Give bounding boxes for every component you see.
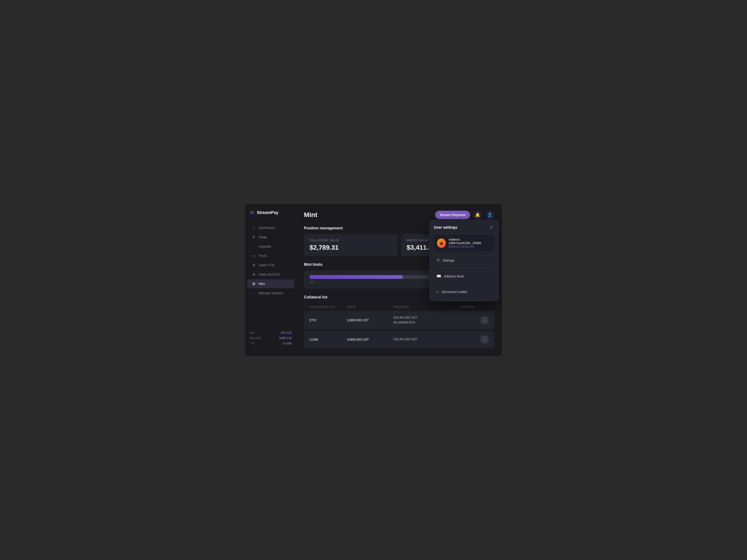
token-row-$strUSD: $strUSD 1809.11$ (250, 335, 291, 341)
menu-label-address-book: Address book (444, 274, 464, 278)
user-icon: 👤 (487, 212, 492, 217)
profile-button[interactable]: 👤 (485, 210, 494, 219)
progress-bar-fill (310, 275, 403, 279)
sidebar-item-swap[interactable]: ⇅ Swap (247, 233, 294, 241)
user-settings-panel: User settings ✕ ◈ Address: 23847sxxhh299… (429, 219, 499, 301)
nav-label-mint: Mint (259, 282, 265, 286)
address-label: Address: (449, 238, 461, 241)
app-window: ≋ StreamPay ⌂ Dashboard ⇅ Swap ↑ Upgrade… (245, 204, 502, 356)
more-actions-button[interactable]: ... (481, 335, 489, 344)
cell-price: 3,909.000 UST (347, 338, 393, 341)
menu-icon-disconnect: ⎋ (437, 290, 439, 294)
table-row: LUNA 3,909.000 UST 313,401.621 UST ... (304, 331, 494, 348)
table-header: Collateral list Price Provided Actions (304, 303, 494, 311)
notification-button[interactable]: 🔔 (473, 210, 482, 219)
nav-label-pools: Pools (259, 254, 267, 258)
logo-text: StreamPay (257, 210, 279, 215)
token-row-TVL: TVL 10.06$ (250, 341, 291, 346)
collateral-table: Collateral list Price Provided Actions E… (304, 303, 494, 350)
wallet-info: ◈ Address: 23847sxxhh299...28389 Balance… (434, 235, 494, 251)
nav-label-dashboard: Dashboard (259, 226, 275, 230)
nav-icon-manage-streams: → (252, 291, 256, 295)
cell-provided: 313,401.621 UST (393, 337, 461, 342)
wallet-details: Address: 23847sxxhh299...28389 Balance: … (449, 238, 491, 248)
collateral-section: Collateral list Collateral list Price Pr… (304, 295, 494, 350)
sidebar: ≋ StreamPay ⌂ Dashboard ⇅ Swap ↑ Upgrade… (245, 204, 297, 356)
header-provided: Provided (393, 305, 461, 309)
header-price: Price (347, 305, 393, 309)
nav-label-stake-str: Stake STR (259, 263, 275, 267)
logo-icon: ≋ (250, 209, 254, 216)
cell-collateral: LUNA (310, 338, 347, 341)
header: Mint Stream Payment 🔔 👤 (304, 210, 494, 219)
token-label: $str (250, 331, 255, 335)
nav-icon-swap: ⇅ (252, 235, 256, 239)
sidebar-item-stake-strusd[interactable]: ⊕ Stake $strUSD (247, 270, 294, 279)
logo-area: ≋ StreamPay (245, 209, 296, 223)
collateral-label: Collateral value (310, 239, 392, 242)
panel-header: User settings ✕ (434, 224, 494, 231)
cell-actions: ... (461, 335, 489, 344)
sidebar-item-mint[interactable]: ⊞ Mint (247, 279, 294, 288)
token-value: 1809.11$ (279, 336, 291, 340)
sidebar-item-manage-streams[interactable]: → Manage streams (247, 289, 294, 297)
avatar-icon: ◈ (440, 240, 443, 246)
panel-menu-item-disconnect[interactable]: ⎋ Disconnect wallet (434, 287, 494, 297)
sidebar-nav: ⌂ Dashboard ⇅ Swap ↑ Upgrade ≡ Pools ⊕ S… (245, 223, 296, 325)
menu-icon-settings: ⚙ (437, 258, 440, 263)
collateral-value: $2,789.31 (310, 244, 392, 251)
token-row-$str: $str 100.21$ (250, 330, 291, 335)
wallet-address: Address: 23847sxxhh299...28389 (449, 238, 491, 245)
nav-icon-stake-str: ⊕ (252, 263, 256, 267)
nav-icon-mint: ⊞ (252, 282, 256, 286)
wallet-avatar: ◈ (437, 238, 446, 248)
token-label: TVL (250, 342, 255, 345)
menu-icon-address-book: 📖 (437, 274, 441, 278)
panel-menu-item-address-book[interactable]: 📖 Address book (434, 271, 494, 281)
stream-payment-button[interactable]: Stream Payment (435, 211, 470, 219)
ltv-label: LTV (310, 281, 314, 284)
balance-label: Balance: (449, 245, 461, 248)
cell-price: 3,909.000 UST (347, 318, 393, 322)
bell-icon: 🔔 (475, 212, 480, 217)
panel-title: User settings (434, 225, 457, 230)
nav-icon-stake-strusd: ⊕ (252, 272, 256, 276)
address-value: 23847sxxhh299...28389 (449, 241, 481, 245)
wallet-balance: Balance: $119,280 (449, 245, 491, 248)
nav-label-manage-streams: Manage streams (259, 291, 283, 295)
cell-collateral: ETH (310, 318, 347, 322)
collateral-card: Collateral value $2,789.31 (304, 234, 397, 256)
nav-label-upgrade: Upgrade (259, 244, 271, 248)
sidebar-item-upgrade[interactable]: ↑ Upgrade (247, 242, 294, 251)
nav-icon-upgrade: ↑ (252, 244, 256, 248)
table-row: ETH 3,909.000 UST 313,401.621 UST80.1634… (304, 311, 494, 329)
sidebar-item-dashboard[interactable]: ⌂ Dashboard (247, 223, 294, 232)
sidebar-item-pools[interactable]: ≡ Pools (247, 251, 294, 260)
nav-label-swap: Swap (259, 235, 267, 239)
token-value: 10.06$ (282, 342, 291, 345)
header-actions: Stream Payment 🔔 👤 (435, 210, 494, 219)
sidebar-item-stake-str[interactable]: ⊕ Stake STR (247, 261, 294, 269)
close-panel-button[interactable]: ✕ (488, 224, 494, 231)
more-actions-button[interactable]: ... (481, 316, 489, 324)
nav-label-stake-strusd: Stake $strUSD (259, 272, 280, 276)
panel-menu: ⚙ Settings 📖 Address book ⎋ Disconnect w… (434, 255, 494, 297)
panel-menu-item-settings[interactable]: ⚙ Settings (434, 255, 494, 265)
menu-label-settings: Settings (443, 259, 455, 262)
sidebar-footer: $str 100.21$ $strUSD 1809.11$ TVL 10.06$ (245, 325, 296, 351)
menu-label-disconnect: Disconnect wallet (442, 290, 467, 294)
cell-actions: ... (461, 316, 489, 324)
table-rows-container: ETH 3,909.000 UST 313,401.621 UST80.1634… (304, 311, 494, 348)
header-actions: Actions (461, 305, 489, 309)
header-collateral: Collateral list (310, 305, 347, 309)
page-title: Mint (304, 211, 317, 219)
balance-value: $119,280 (461, 245, 474, 248)
token-value: 100.21$ (281, 331, 291, 335)
nav-icon-pools: ≡ (252, 254, 256, 258)
cell-provided: 313,401.621 UST80.163445 ETH (393, 315, 461, 325)
token-label: $strUSD (250, 336, 261, 340)
nav-icon-dashboard: ⌂ (252, 225, 256, 230)
